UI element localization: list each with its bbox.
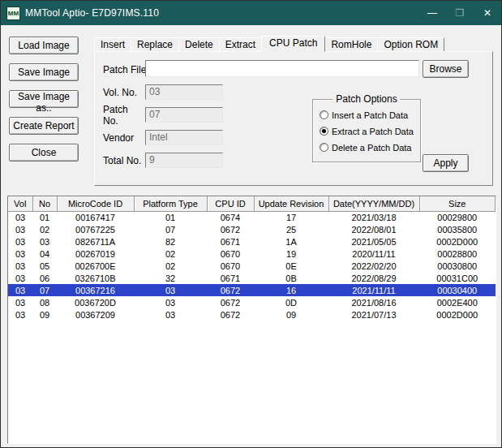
sidebar-button-close[interactable]: Close bbox=[9, 144, 79, 162]
field-label: Vol. No. bbox=[103, 87, 145, 98]
table-cell: 03 bbox=[32, 235, 57, 248]
column-header-platform-type[interactable]: Platform Type bbox=[134, 196, 207, 211]
table-cell: 2020/11/11 bbox=[328, 248, 419, 260]
field-value: Intel bbox=[145, 130, 223, 145]
table-cell: 03 bbox=[134, 284, 207, 296]
table-row[interactable]: 030200767225070672252022/08/0100035800 bbox=[8, 223, 496, 235]
radio-delete-a-patch-data[interactable]: Delete a Patch Data bbox=[320, 140, 420, 154]
sidebar-button-save-image[interactable]: Save Image bbox=[9, 63, 79, 81]
titlebar: MM MMTool Aptio- E7D97IMS.110 — ❐ ✕ bbox=[1, 1, 501, 25]
table-cell: 00267019 bbox=[57, 248, 134, 260]
tab-romhole[interactable]: RomHole bbox=[324, 37, 378, 51]
column-header-size[interactable]: Size bbox=[419, 196, 496, 211]
radio-extract-a-patch-data[interactable]: Extract a Patch Data bbox=[320, 124, 420, 138]
table-cell: 16 bbox=[254, 284, 328, 296]
tab-control: InsertReplaceDeleteExtractCPU PatchRomHo… bbox=[94, 35, 493, 186]
table-cell: 03 bbox=[134, 308, 207, 321]
table-header-row: VolNoMicroCode IDPlatform TypeCPU IDUpda… bbox=[8, 196, 496, 211]
sidebar-button-load-image[interactable]: Load Image bbox=[9, 37, 79, 54]
table-cell: 07 bbox=[32, 284, 57, 296]
field-label: Vendor bbox=[103, 132, 145, 144]
radio-label: Insert a Patch Data bbox=[332, 110, 408, 120]
close-button[interactable]: ✕ bbox=[474, 1, 501, 25]
radio-insert-a-patch-data[interactable]: Insert a Patch Data bbox=[320, 108, 420, 122]
table-cell: 2022/08/01 bbox=[328, 223, 419, 235]
table-row[interactable]: 030100167417010674172021/03/1800029800 bbox=[8, 211, 496, 223]
sidebar-button-save-image-as[interactable]: Save Image as.. bbox=[9, 90, 79, 108]
table-row[interactable]: 030700367216030672162021/11/1100030400 bbox=[8, 284, 496, 296]
table-row[interactable]: 030900367209030672092021/07/130002D000 bbox=[8, 308, 496, 321]
apply-button[interactable]: Apply bbox=[423, 154, 469, 172]
table-cell: 01 bbox=[32, 211, 57, 223]
table-cell: 02 bbox=[134, 260, 207, 272]
table-cell: 03 bbox=[8, 248, 32, 260]
microcode-table: VolNoMicroCode IDPlatform TypeCPU IDUpda… bbox=[7, 196, 496, 444]
column-header-microcode-id[interactable]: MicroCode ID bbox=[57, 196, 134, 211]
column-header-vol[interactable]: Vol bbox=[8, 196, 32, 211]
table-cell: 05 bbox=[32, 260, 57, 272]
table-cell: 25 bbox=[254, 223, 328, 235]
field-total-no: Total No.9 bbox=[103, 153, 223, 168]
table-cell: 0674 bbox=[207, 211, 254, 223]
table-cell: 03 bbox=[8, 223, 32, 235]
table-cell: 07 bbox=[134, 223, 207, 235]
field-value: 03 bbox=[145, 84, 223, 100]
tab-insert[interactable]: Insert bbox=[94, 37, 131, 51]
table-cell: 06 bbox=[32, 272, 57, 284]
table-cell: 03 bbox=[8, 284, 32, 296]
browse-button[interactable]: Browse bbox=[423, 60, 469, 78]
mmtool-window: MM MMTool Aptio- E7D97IMS.110 — ❐ ✕ Load… bbox=[0, 0, 502, 448]
table-cell: 17 bbox=[254, 211, 328, 223]
table-cell: 00030400 bbox=[419, 284, 496, 296]
table-row[interactable]: 03050026700E0206700E2022/02/2000030800 bbox=[8, 260, 496, 272]
table-cell: 00367209 bbox=[57, 308, 134, 321]
table-cell: 0036720D bbox=[57, 296, 134, 308]
table-cell: 08 bbox=[32, 296, 57, 308]
column-header-update-revision[interactable]: Update Revision bbox=[254, 196, 328, 211]
table-cell: 0672 bbox=[207, 223, 254, 235]
table-row[interactable]: 03060326710B3206710B2022/08/2900031C00 bbox=[8, 272, 496, 284]
table-cell: 0670 bbox=[207, 248, 254, 260]
table-row[interactable]: 030400267019020670192020/11/1100028800 bbox=[8, 248, 496, 260]
radio-icon bbox=[320, 143, 328, 152]
radio-icon bbox=[320, 110, 328, 119]
tab-option-rom[interactable]: Option ROM bbox=[377, 37, 444, 51]
table-cell: 00367216 bbox=[57, 284, 134, 296]
table-cell: 82 bbox=[134, 235, 207, 248]
field-vendor: VendorIntel bbox=[103, 130, 223, 145]
table-cell: 2021/05/05 bbox=[328, 235, 419, 248]
patch-options-list: Insert a Patch DataExtract a Patch DataD… bbox=[313, 100, 420, 154]
tab-strip: InsertReplaceDeleteExtractCPU PatchRomHo… bbox=[94, 35, 493, 51]
table-cell: 2021/08/16 bbox=[328, 296, 419, 308]
table-cell: 0670 bbox=[207, 260, 254, 272]
tab-cpu-patch[interactable]: CPU Patch bbox=[261, 36, 325, 52]
table-row[interactable]: 03080036720D0306720D2021/08/160002E400 bbox=[8, 296, 496, 308]
table-cell: 0E bbox=[254, 260, 328, 272]
patch-options-title: Patch Options bbox=[333, 93, 400, 105]
table-cell: 00028800 bbox=[419, 248, 496, 260]
cpu-patch-panel: Patch File Browse Vol. No.03Patch No.07V… bbox=[94, 51, 493, 186]
maximize-button[interactable]: ❐ bbox=[446, 1, 474, 25]
column-header-cpu-id[interactable]: CPU ID bbox=[207, 196, 254, 211]
table-row[interactable]: 03030826711A8206711A2021/05/050002D000 bbox=[8, 235, 496, 248]
table-cell: 03 bbox=[8, 308, 32, 321]
sidebar: Load ImageSave ImageSave Image as..Creat… bbox=[9, 37, 79, 170]
table-body: 030100167417010674172021/03/180002980003… bbox=[8, 211, 496, 321]
tab-extract[interactable]: Extract bbox=[219, 37, 262, 51]
tab-delete[interactable]: Delete bbox=[178, 37, 220, 51]
patch-options-group: Patch Options Insert a Patch DataExtract… bbox=[312, 99, 421, 162]
table-cell: 2021/11/11 bbox=[328, 284, 419, 296]
sidebar-button-create-report[interactable]: Create Report bbox=[9, 117, 79, 135]
column-header-no[interactable]: No bbox=[32, 196, 57, 211]
table-cell: 0326710B bbox=[57, 272, 134, 284]
app-icon: MM bbox=[6, 6, 20, 20]
field-label: Patch No. bbox=[103, 104, 145, 127]
table-cell: 32 bbox=[134, 272, 207, 284]
patch-file-label: Patch File bbox=[103, 64, 146, 75]
minimize-button[interactable]: — bbox=[418, 1, 446, 25]
window-controls: — ❐ ✕ bbox=[418, 1, 501, 25]
table-cell: 03 bbox=[8, 260, 32, 272]
column-header-date-yyyy-mm-dd[interactable]: Date(YYYY/MM/DD) bbox=[328, 196, 419, 211]
patch-file-input[interactable] bbox=[145, 60, 419, 77]
tab-replace[interactable]: Replace bbox=[131, 37, 179, 51]
